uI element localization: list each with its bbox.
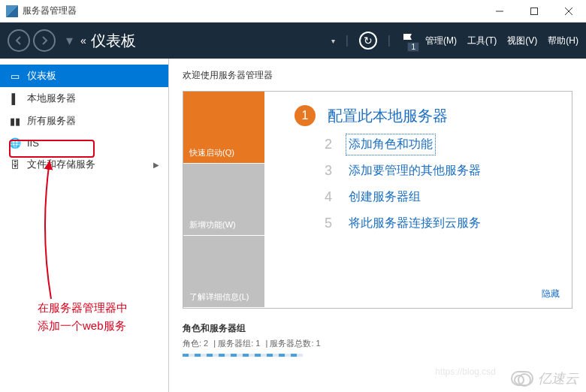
loading-indicator (183, 354, 303, 357)
breadcrumb-label: 仪表板 (91, 31, 136, 51)
sidebar-item-all-servers[interactable]: ▮▮ 所有服务器 (0, 110, 168, 132)
view-menu[interactable]: 视图(V) (507, 35, 537, 47)
watermark: 亿速云 (511, 369, 578, 387)
annotation-arrow (36, 156, 81, 306)
welcome-heading: 欢迎使用服务器管理器 (183, 69, 572, 82)
storage-icon: 🗄 (9, 158, 21, 170)
tile-whatsnew[interactable]: 新增功能(W) (183, 164, 264, 236)
dropdown-caret[interactable]: ▾ (331, 37, 335, 45)
step-number: 5 (320, 216, 337, 231)
iis-icon: 🌐 (9, 137, 21, 149)
svg-rect-1 (531, 8, 538, 14)
app-icon (6, 5, 18, 17)
notification-count: 1 (407, 42, 419, 52)
nav-separator: ▾ (66, 32, 73, 49)
forward-button[interactable] (33, 29, 56, 52)
separator: | (388, 34, 391, 47)
step-label: 将此服务器连接到云服务 (349, 216, 481, 231)
sidebar-item-label: IIS (27, 137, 39, 149)
maximize-button[interactable] (517, 0, 551, 23)
hide-link[interactable]: 隐藏 (542, 288, 560, 300)
separator: | (346, 34, 349, 47)
step-label: 添加角色和功能 (349, 137, 433, 152)
help-menu[interactable]: 帮助(H) (548, 35, 578, 47)
step-add-servers[interactable]: 3 添加要管理的其他服务器 (320, 163, 557, 179)
step-label: 创建服务器组 (349, 189, 421, 205)
minimize-button[interactable] (482, 0, 517, 23)
sidebar-item-label: 本地服务器 (27, 92, 76, 105)
refresh-button[interactable] (359, 32, 377, 50)
back-button[interactable] (8, 29, 30, 52)
tools-menu[interactable]: 工具(T) (467, 35, 497, 47)
sidebar-item-label: 文件和存储服务 (27, 158, 95, 171)
sidebar-item-label: 所有服务器 (27, 114, 76, 128)
sidebar-item-file-storage[interactable]: 🗄 文件和存储服务 ▶ (0, 153, 168, 176)
step-number: 1 (295, 105, 316, 126)
sidebar-item-iis[interactable]: 🌐 IIS (0, 132, 168, 153)
sidebar-item-dashboard[interactable]: ▭ 仪表板 (0, 65, 168, 87)
tile-learnmore[interactable]: 了解详细信息(L) (183, 236, 264, 308)
breadcrumb[interactable]: « 仪表板 (80, 31, 136, 51)
dashboard-icon: ▭ (9, 70, 21, 82)
chevron-right-icon: ▶ (153, 161, 159, 169)
roles-groups-stats: 角色: 2 | 服务器组: 1 | 服务器总数: 1 (183, 338, 572, 349)
tile-quickstart[interactable]: 快速启动(Q) (183, 92, 264, 164)
step-create-group[interactable]: 4 创建服务器组 (320, 189, 557, 205)
step-label: 配置此本地服务器 (328, 106, 448, 126)
welcome-panel: 快速启动(Q) 新增功能(W) 了解详细信息(L) 1 配置此本地服务器 2 添… (183, 91, 572, 309)
step-label: 添加要管理的其他服务器 (349, 163, 481, 179)
step-number: 4 (320, 189, 337, 205)
annotation-text: 在服务器管理器中 添加一个web服务 (38, 299, 128, 335)
notifications-button[interactable]: 1 (401, 32, 415, 49)
watermark-icon (511, 371, 533, 386)
sidebar-item-local-server[interactable]: ▌ 本地服务器 (0, 87, 168, 110)
manage-menu[interactable]: 管理(M) (425, 35, 457, 47)
watermark-blog: https://blog.csd (435, 366, 496, 377)
servers-icon: ▮▮ (9, 115, 21, 127)
step-configure-server[interactable]: 1 配置此本地服务器 (295, 105, 557, 126)
step-add-roles[interactable]: 2 添加角色和功能 (320, 137, 557, 152)
sidebar-item-label: 仪表板 (27, 69, 56, 83)
step-number: 3 (320, 163, 337, 179)
roles-groups-heading: 角色和服务器组 (183, 322, 572, 335)
close-button[interactable] (551, 0, 586, 23)
server-icon: ▌ (9, 92, 21, 104)
step-number: 2 (320, 137, 337, 152)
step-cloud-connect[interactable]: 5 将此服务器连接到云服务 (320, 216, 557, 231)
window-title: 服务器管理器 (23, 5, 482, 17)
